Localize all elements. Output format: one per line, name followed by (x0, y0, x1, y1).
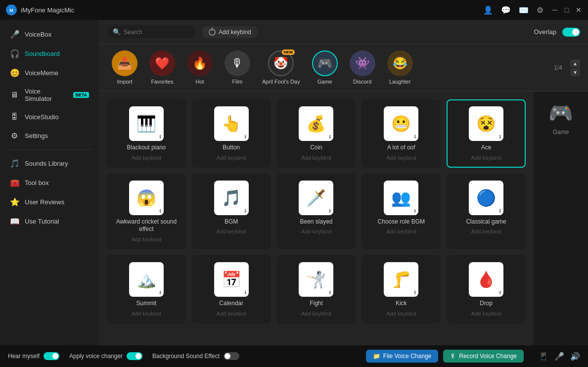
sidebar-item-voice-simulator[interactable]: 🖥 Voice Simulator BETA (0, 83, 99, 107)
sidebar-item-use-tutorial[interactable]: 📖 Use Tutorial (0, 212, 99, 231)
chat-icon[interactable]: 💬 (501, 5, 511, 15)
ace-img: 😵 ⬇ (469, 106, 503, 141)
download-icon-14: ⬇ (413, 290, 417, 295)
titlebar-right: 👤 💬 ✉️ ⚙ ─ □ ✕ (483, 5, 582, 15)
phone-icon[interactable]: 📱 (539, 352, 548, 361)
summit-keybind[interactable]: Add keybind (132, 311, 162, 317)
minimize-btn[interactable]: ─ (551, 6, 558, 13)
sound-card-ace[interactable]: 😵 ⬇ Ace Add keybind (447, 99, 526, 168)
awkward-cricket-keybind[interactable]: Add keybind (132, 236, 162, 242)
tab-april-fools[interactable]: 🤡 NEW April Fool's Day (257, 48, 305, 87)
hear-myself-toggle[interactable] (44, 352, 59, 360)
tab-film[interactable]: 🎙 Film (220, 48, 255, 87)
hot-tab-label: Hot (195, 78, 204, 85)
bgm-keybind[interactable]: Add keybind (216, 229, 246, 234)
april-fools-tab-label: April Fool's Day (262, 78, 300, 85)
sidebar-item-voicebox[interactable]: 🎤 VoiceBox (0, 25, 99, 44)
kick-keybind[interactable]: Add keybind (386, 311, 416, 317)
sound-card-calendar[interactable]: 📅 ⬇ Calendar Add keybind (192, 255, 271, 323)
tab-laughter[interactable]: 😂 Laughter (382, 48, 418, 87)
calendar-keybind[interactable]: Add keybind (216, 311, 246, 317)
sidebar-item-toolbox[interactable]: 🧰 Tool box (0, 173, 99, 192)
tab-nav-down[interactable]: ▼ (570, 68, 580, 76)
sidebar-divider (8, 149, 91, 150)
classical-game-keybind[interactable]: Add keybind (471, 229, 501, 234)
sidebar-item-soundboard[interactable]: 🎧 Soundboard (0, 44, 99, 63)
sound-card-bgm[interactable]: 🎵 ⬇ BGM Add keybind (192, 174, 271, 249)
been-slayed-keybind[interactable]: Add keybind (301, 229, 331, 234)
download-icon-6: ⬇ (158, 208, 162, 214)
oof-name: A lot of oof (387, 144, 415, 152)
ace-keybind[interactable]: Add keybind (471, 155, 501, 161)
sound-card-classical-game[interactable]: 🔵 ⬇ Classical game Add keybind (447, 174, 526, 249)
blackout-piano-keybind[interactable]: Add keybind (132, 155, 162, 161)
record-voice-label: Record Voice Change (459, 353, 517, 360)
mail-icon[interactable]: ✉️ (519, 5, 529, 15)
tab-page: 1/4 (554, 64, 562, 71)
favorites-tab-icon: ❤️ (149, 50, 175, 76)
sidebar-item-voicestudio[interactable]: 🎛 VoiceStudio (0, 107, 99, 126)
sidebar-item-user-reviews[interactable]: ⭐ User Reviews (0, 192, 99, 212)
search-input[interactable] (124, 29, 188, 36)
overlap-toggle[interactable] (562, 28, 580, 37)
button-keybind[interactable]: Add keybind (216, 155, 246, 161)
sound-card-fight[interactable]: 🤺 ⬇ Fight Add keybind (277, 255, 356, 323)
sound-card-oof[interactable]: 😬 ⬇ A lot of oof Add keybind (362, 99, 441, 168)
sound-card-drop[interactable]: 🩸 ⬇ Drop Add keybind (447, 255, 526, 323)
sound-grid-wrapper: 🎹 ⬇ Blackout piano Add keybind 👆 ⬇ Butto… (99, 92, 534, 345)
close-btn[interactable]: ✕ (575, 6, 582, 13)
microphone-icon[interactable]: 🎤 (554, 352, 564, 361)
hear-myself-item: Hear myself (8, 352, 59, 360)
sound-card-been-slayed[interactable]: 🗡️ ⬇ Been slayed Add keybind (277, 174, 356, 249)
sidebar-item-voicememe[interactable]: 😊 VoiceMeme (0, 63, 99, 83)
volume-icon[interactable]: 🔊 (570, 352, 580, 361)
record-voice-change-button[interactable]: 🎙 Record Voice Change (443, 350, 524, 363)
sidebar-label-sounds-library: Sounds Library (25, 160, 89, 167)
sidebar-label-voice-simulator: Voice Simulator (25, 88, 67, 102)
bg-sound-toggle[interactable] (224, 352, 239, 360)
user-icon[interactable]: 👤 (483, 5, 493, 15)
bottom-bar: Hear myself Apply voice changer Backgrou… (0, 345, 588, 367)
april-fools-tab-icon: 🤡 NEW (268, 50, 294, 76)
fight-keybind[interactable]: Add keybind (301, 311, 331, 317)
sound-card-choose-role[interactable]: 👥 ⬇ Choose role BGM Add keybind (362, 174, 441, 249)
settings-icon[interactable]: ⚙ (537, 5, 543, 15)
calendar-img: 📅 ⬇ (214, 262, 249, 297)
tab-hot[interactable]: 🔥 Hot (182, 48, 218, 87)
sidebar-label-voicebox: VoiceBox (25, 31, 89, 38)
choose-role-keybind[interactable]: Add keybind (386, 229, 416, 234)
drop-name: Drop (480, 300, 493, 308)
search-box[interactable]: 🔍 (107, 26, 196, 38)
classical-game-img: 🔵 ⬇ (469, 181, 503, 215)
download-icon-12: ⬇ (243, 290, 247, 295)
sound-card-coin[interactable]: 💰 ⬇ Coin Add keybind (277, 99, 356, 168)
voice-simulator-icon: 🖥 (10, 91, 19, 99)
sound-card-kick[interactable]: 🦵 ⬇ Kick Add keybind (362, 255, 441, 323)
tab-favorites[interactable]: ❤️ Favorites (144, 48, 180, 87)
file-voice-change-button[interactable]: 📁 File Voice Change (366, 350, 438, 363)
sounds-library-icon: 🎵 (10, 159, 19, 168)
tab-import[interactable]: 📥 Import (107, 48, 142, 87)
overlap-label: Overlap (534, 28, 556, 36)
toolbox-icon: 🧰 (10, 178, 19, 187)
game-tab-label: Game (317, 78, 332, 85)
sound-card-blackout-piano[interactable]: 🎹 ⬇ Blackout piano Add keybind (107, 99, 186, 168)
coin-keybind[interactable]: Add keybind (301, 155, 331, 161)
download-icon-4: ⬇ (413, 134, 417, 139)
sidebar-item-sounds-library[interactable]: 🎵 Sounds Library (0, 154, 99, 173)
apply-voice-changer-toggle[interactable] (127, 352, 142, 360)
sidebar-item-settings[interactable]: ⚙ Settings (0, 126, 99, 145)
sound-card-summit[interactable]: 🏔️ ⬇ Summit Add keybind (107, 255, 186, 323)
apply-voice-changer-label: Apply voice changer (69, 353, 123, 360)
search-icon: 🔍 (113, 28, 121, 36)
sound-card-awkward-cricket[interactable]: 😱 ⬇ Awkward cricket sound effect Add key… (107, 174, 186, 249)
sound-card-button[interactable]: 👆 ⬇ Button Add keybind (192, 99, 271, 168)
maximize-btn[interactable]: □ (563, 6, 570, 13)
tab-game[interactable]: 🎮 Game (307, 48, 343, 87)
download-icon-3: ⬇ (328, 134, 332, 139)
oof-keybind[interactable]: Add keybind (386, 155, 416, 161)
tab-nav-up[interactable]: ▲ (570, 59, 580, 67)
add-keybind-button[interactable]: Add keybind (202, 26, 258, 38)
drop-keybind[interactable]: Add keybind (471, 311, 501, 317)
tab-discord[interactable]: 👾 Discord (345, 48, 380, 87)
